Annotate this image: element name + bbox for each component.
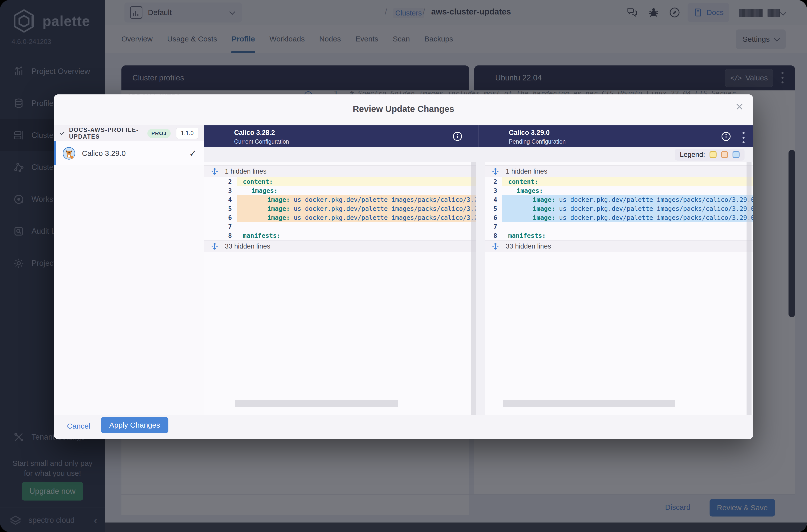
code-line-8: 8manifests: xyxy=(204,231,476,240)
info-icon[interactable] xyxy=(452,131,463,142)
line-number: 5 xyxy=(485,204,502,213)
unfold-icon[interactable] xyxy=(491,242,500,250)
current-config-header: Calico 3.28.2 Current Configuration xyxy=(204,126,478,147)
current-config-title: Calico 3.28.2 xyxy=(234,129,275,137)
code-line-6: 6- image: us-docker.pkg.dev/palette-imag… xyxy=(485,213,753,222)
legend-label: Legend: xyxy=(680,151,705,158)
line-number: 3 xyxy=(485,186,502,195)
diff-headers: Calico 3.28.2 Current Configuration Cali… xyxy=(204,126,753,147)
unfold-icon[interactable] xyxy=(210,167,219,176)
line-number: 6 xyxy=(485,213,502,222)
diff-menu-kebab-icon[interactable] xyxy=(743,132,745,146)
legend: Legend: xyxy=(675,149,745,160)
line-number: 2 xyxy=(204,177,237,186)
profile-version: 1.1.0 xyxy=(176,128,199,139)
pending-config-subtitle: Pending Configuration xyxy=(509,138,566,145)
app-window: palette 4.6.0-241203 Start small and onl… xyxy=(0,0,807,532)
line-number: 7 xyxy=(204,222,237,231)
info-icon[interactable] xyxy=(720,131,732,142)
hidden-lines-label: 1 hidden lines xyxy=(225,168,267,175)
close-icon[interactable]: × xyxy=(734,99,745,113)
code-line-7: 7 xyxy=(204,222,476,231)
legend-swatch-removed xyxy=(721,151,728,158)
hidden-lines-row[interactable]: 33 hidden lines xyxy=(485,240,753,252)
line-number: 5 xyxy=(204,204,237,213)
scope-badge: PROJ xyxy=(147,129,171,138)
cancel-button[interactable]: Cancel xyxy=(65,422,92,431)
diff-pane-pending[interactable]: 1 hidden lines2content:3images:4- image:… xyxy=(485,162,753,415)
code-line-4: 4- image: us-docker.pkg.dev/palette-imag… xyxy=(204,195,476,204)
pending-config-header: Calico 3.29.0 Pending Configuration xyxy=(478,126,753,147)
profile-tree-body xyxy=(54,165,204,415)
pending-config-title: Calico 3.29.0 xyxy=(509,129,550,137)
diff-gap xyxy=(476,162,485,415)
horizontal-scrollbar[interactable] xyxy=(503,400,675,407)
code-line-5: 5- image: us-docker.pkg.dev/palette-imag… xyxy=(204,204,476,213)
unfold-icon[interactable] xyxy=(491,167,500,176)
profile-tree-header[interactable]: DOCS-AWS-PROFILE-UPDATES PROJ 1.1.0 xyxy=(54,126,204,141)
legend-row: Legend: xyxy=(204,147,753,162)
legend-swatch-modified xyxy=(710,151,716,158)
pack-list-item-calico[interactable]: Calico 3.29.0 ✓ xyxy=(54,141,204,165)
chevron-down-icon xyxy=(59,130,64,135)
code-line-4: 4- image: us-docker.pkg.dev/palette-imag… xyxy=(485,195,753,204)
apply-changes-button[interactable]: Apply Changes xyxy=(101,417,168,433)
hidden-lines-row[interactable]: 1 hidden lines xyxy=(204,165,476,177)
pack-name: Calico 3.29.0 xyxy=(82,149,126,158)
line-number: 7 xyxy=(485,222,502,231)
check-icon: ✓ xyxy=(189,148,197,159)
vertical-scrollbar[interactable] xyxy=(747,162,752,415)
code-lines: 1 hidden lines2content:3images:4- image:… xyxy=(204,162,476,252)
horizontal-scrollbar[interactable] xyxy=(236,400,398,407)
hidden-lines-label: 1 hidden lines xyxy=(506,168,547,175)
code-line-2: 2content: xyxy=(204,177,476,186)
hidden-lines-row[interactable]: 33 hidden lines xyxy=(204,240,476,252)
line-number: 4 xyxy=(204,195,237,204)
line-number: 8 xyxy=(485,231,502,240)
line-number: 3 xyxy=(204,186,237,195)
code-line-8: 8manifests: xyxy=(485,231,753,240)
hidden-lines-label: 33 hidden lines xyxy=(225,243,270,250)
diff-pane-current[interactable]: 1 hidden lines2content:3images:4- image:… xyxy=(204,162,476,415)
modal-footer: Cancel Apply Changes xyxy=(54,415,753,439)
hidden-lines-label: 33 hidden lines xyxy=(506,243,551,250)
code-line-3: 3images: xyxy=(204,186,476,195)
current-config-subtitle: Current Configuration xyxy=(234,138,289,145)
code-line-3: 3images: xyxy=(485,186,753,195)
hidden-lines-row[interactable]: 1 hidden lines xyxy=(485,165,753,177)
calico-pack-icon xyxy=(62,147,75,160)
code-lines: 1 hidden lines2content:3images:4- image:… xyxy=(485,162,753,252)
unfold-icon[interactable] xyxy=(210,242,219,250)
code-line-5: 5- image: us-docker.pkg.dev/palette-imag… xyxy=(485,204,753,213)
line-number: 2 xyxy=(485,177,502,186)
code-line-6: 6- image: us-docker.pkg.dev/palette-imag… xyxy=(204,213,476,222)
code-line-7: 7 xyxy=(485,222,753,231)
line-number: 4 xyxy=(485,195,502,204)
line-number: 6 xyxy=(204,213,237,222)
legend-swatch-added xyxy=(733,151,739,158)
line-number: 8 xyxy=(204,231,237,240)
profile-name: DOCS-AWS-PROFILE-UPDATES xyxy=(69,127,142,140)
modal-title: Review Update Changes xyxy=(54,104,753,114)
review-update-changes-modal: Review Update Changes × DOCS-AWS-PROFILE… xyxy=(54,94,753,439)
code-line-2: 2content: xyxy=(485,177,753,186)
vertical-scrollbar[interactable] xyxy=(471,162,476,415)
